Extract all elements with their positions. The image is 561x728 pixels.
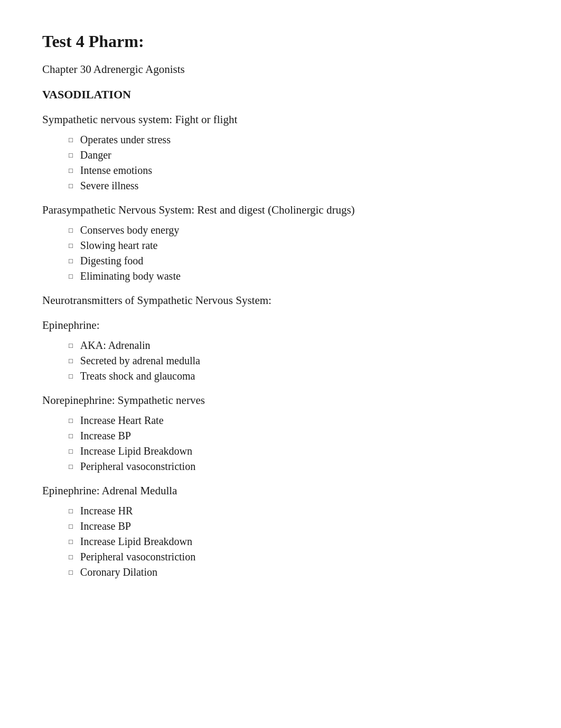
- epinephrine2-item-1: Increase HR: [80, 505, 133, 517]
- list-item: Treats shock and glaucoma: [69, 370, 519, 382]
- parasympathetic-item-3: Digesting food: [80, 255, 143, 267]
- epinephrine-heading: Epinephrine:: [42, 319, 519, 332]
- norepinephrine-item-4: Peripheral vasoconstriction: [80, 460, 195, 473]
- list-item: Severe illness: [69, 180, 519, 192]
- parasympathetic-heading: Parasympathetic Nervous System: Rest and…: [42, 204, 519, 217]
- vasodilation-block: VASODILATION: [42, 88, 519, 102]
- neurotransmitters-block: Neurotransmitters of Sympathetic Nervous…: [42, 294, 519, 307]
- list-item: Digesting food: [69, 255, 519, 267]
- norepinephrine-list: Increase Heart Rate Increase BP Increase…: [69, 414, 519, 473]
- sympathetic-heading: Sympathetic nervous system: Fight or fli…: [42, 113, 519, 126]
- epinephrine-item-1: AKA: Adrenalin: [80, 339, 151, 352]
- list-item: Conserves body energy: [69, 224, 519, 236]
- chapter-heading: Chapter 30 Adrenergic Agonists: [42, 63, 519, 76]
- list-item: Eliminating body waste: [69, 270, 519, 282]
- list-item: Coronary Dilation: [69, 566, 519, 578]
- list-item: Peripheral vasoconstriction: [69, 460, 519, 473]
- list-item: AKA: Adrenalin: [69, 339, 519, 352]
- sympathetic-block: Sympathetic nervous system: Fight or fli…: [42, 113, 519, 192]
- epinephrine2-item-4: Peripheral vasoconstriction: [80, 551, 195, 563]
- sympathetic-item-4: Severe illness: [80, 180, 139, 192]
- epinephrine2-item-2: Increase BP: [80, 520, 131, 532]
- epinephrine2-list: Increase HR Increase BP Increase Lipid B…: [69, 505, 519, 578]
- page-title: Test 4 Pharm:: [42, 32, 519, 51]
- epinephrine-list: AKA: Adrenalin Secreted by adrenal medul…: [69, 339, 519, 382]
- chapter-block: Chapter 30 Adrenergic Agonists: [42, 63, 519, 76]
- list-item: Increase Lipid Breakdown: [69, 445, 519, 457]
- parasympathetic-list: Conserves body energy Slowing heart rate…: [69, 224, 519, 282]
- list-item: Increase BP: [69, 520, 519, 532]
- list-item: Increase HR: [69, 505, 519, 517]
- norepinephrine-heading: Norepinephrine: Sympathetic nerves: [42, 394, 519, 407]
- page-title-block: Test 4 Pharm:: [42, 32, 519, 51]
- list-item: Increase Lipid Breakdown: [69, 536, 519, 548]
- norepinephrine-item-2: Increase BP: [80, 430, 131, 442]
- epinephrine2-heading: Epinephrine: Adrenal Medulla: [42, 484, 519, 497]
- epinephrine2-block: Epinephrine: Adrenal Medulla Increase HR…: [42, 484, 519, 578]
- norepinephrine-block: Norepinephrine: Sympathetic nerves Incre…: [42, 394, 519, 473]
- neurotransmitters-heading: Neurotransmitters of Sympathetic Nervous…: [42, 294, 519, 307]
- epinephrine-block: Epinephrine: AKA: Adrenalin Secreted by …: [42, 319, 519, 382]
- parasympathetic-block: Parasympathetic Nervous System: Rest and…: [42, 204, 519, 282]
- norepinephrine-item-1: Increase Heart Rate: [80, 414, 164, 427]
- parasympathetic-item-1: Conserves body energy: [80, 224, 179, 236]
- epinephrine2-item-5: Coronary Dilation: [80, 566, 157, 578]
- epinephrine-item-2: Secreted by adrenal medulla: [80, 355, 200, 367]
- list-item: Increase BP: [69, 430, 519, 442]
- norepinephrine-item-3: Increase Lipid Breakdown: [80, 445, 192, 457]
- list-item: Intense emotions: [69, 164, 519, 177]
- sympathetic-list: Operates under stress Danger Intense emo…: [69, 134, 519, 192]
- sympathetic-item-2: Danger: [80, 149, 111, 161]
- list-item: Slowing heart rate: [69, 239, 519, 252]
- list-item: Peripheral vasoconstriction: [69, 551, 519, 563]
- list-item: Operates under stress: [69, 134, 519, 146]
- page-container: Test 4 Pharm: Chapter 30 Adrenergic Agon…: [42, 32, 519, 578]
- sympathetic-item-3: Intense emotions: [80, 164, 152, 177]
- list-item: Danger: [69, 149, 519, 161]
- vasodilation-label: VASODILATION: [42, 88, 519, 102]
- list-item: Increase Heart Rate: [69, 414, 519, 427]
- sympathetic-item-1: Operates under stress: [80, 134, 171, 146]
- epinephrine2-item-3: Increase Lipid Breakdown: [80, 536, 192, 548]
- list-item: Secreted by adrenal medulla: [69, 355, 519, 367]
- parasympathetic-item-2: Slowing heart rate: [80, 239, 158, 252]
- parasympathetic-item-4: Eliminating body waste: [80, 270, 181, 282]
- epinephrine-item-3: Treats shock and glaucoma: [80, 370, 195, 382]
